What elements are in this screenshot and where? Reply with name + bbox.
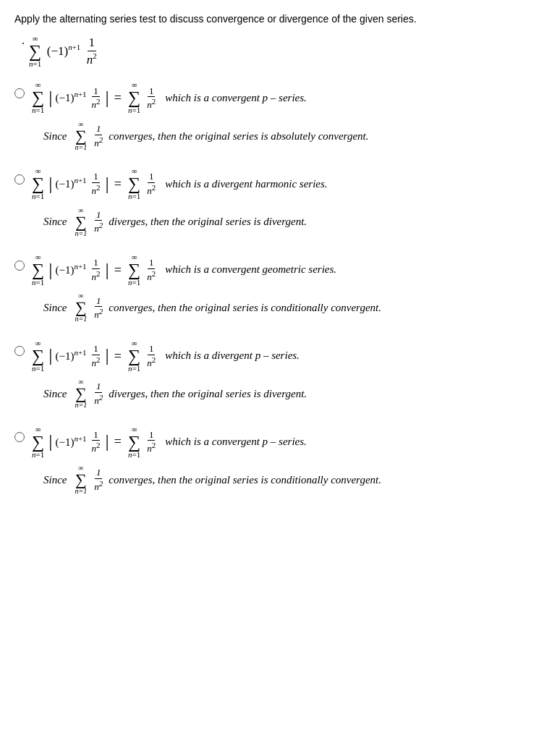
option-3-conclusion: converges, then the original series is c… — [109, 297, 381, 318]
option-row-1: ∞ ∑ n=1 | (−1)n+1 1 n2 | = ∞ ∑ n=1 1 n2 … — [14, 81, 546, 115]
option-1-since: Since ∞ ∑ n=1 1 n2 converges, then the o… — [43, 121, 546, 151]
since-label-1: Since — [43, 126, 67, 147]
radio-3[interactable] — [14, 261, 25, 271]
option-2-conclusion: diverges, then the original series is di… — [109, 211, 307, 232]
bullet-point: · — [22, 38, 25, 51]
option-block-5: ∞ ∑ n=1 | (−1)n+1 1 n2 | = ∞ ∑ n=1 1 n2 … — [14, 425, 546, 498]
option-3-math: ∞ ∑ n=1 | (−1)n+1 1 n2 | = ∞ ∑ n=1 1 n2 … — [30, 253, 336, 287]
option-block-4: ∞ ∑ n=1 | (−1)n+1 1 n2 | = ∞ ∑ n=1 1 n2 … — [14, 339, 546, 412]
radio-1[interactable] — [14, 88, 25, 98]
option-5-conclusion: converges, then the original series is c… — [109, 470, 381, 491]
main-series: · ∞ ∑ n=1 (−1)n+1 1 n2 — [22, 35, 546, 68]
option-block-1: ∞ ∑ n=1 | (−1)n+1 1 n2 | = ∞ ∑ n=1 1 n2 … — [14, 81, 546, 154]
main-series-math: ∞ ∑ n=1 (−1)n+1 1 n2 — [27, 35, 99, 68]
option-row-5: ∞ ∑ n=1 | (−1)n+1 1 n2 | = ∞ ∑ n=1 1 n2 … — [14, 425, 546, 459]
option-1-math: ∞ ∑ n=1 | (−1)n+1 1 n2 | = ∞ ∑ n=1 1 n2 … — [30, 81, 307, 115]
option-row-3: ∞ ∑ n=1 | (−1)n+1 1 n2 | = ∞ ∑ n=1 1 n2 … — [14, 253, 546, 287]
option-block-3: ∞ ∑ n=1 | (−1)n+1 1 n2 | = ∞ ∑ n=1 1 n2 … — [14, 253, 546, 326]
since-label-3: Since — [43, 297, 67, 318]
radio-2[interactable] — [14, 174, 25, 185]
option-block-2: ∞ ∑ n=1 | (−1)n+1 1 n2 | = ∞ ∑ n=1 1 n2 … — [14, 167, 546, 240]
option-4-conclusion: diverges, then the original series is di… — [109, 384, 307, 405]
option-3-since: Since ∞ ∑ n=1 1 n2 converges, then the o… — [43, 292, 546, 323]
option-4-since: Since ∞ ∑ n=1 1 n2 diverges, then the or… — [43, 378, 546, 409]
option-5-math: ∞ ∑ n=1 | (−1)n+1 1 n2 | = ∞ ∑ n=1 1 n2 … — [30, 425, 307, 459]
instruction-text: Apply the alternating series test to dis… — [14, 13, 546, 25]
option-row-4: ∞ ∑ n=1 | (−1)n+1 1 n2 | = ∞ ∑ n=1 1 n2 … — [14, 339, 546, 373]
option-row-2: ∞ ∑ n=1 | (−1)n+1 1 n2 | = ∞ ∑ n=1 1 n2 … — [14, 167, 546, 201]
since-label-4: Since — [43, 384, 67, 405]
option-2-since: Since ∞ ∑ n=1 1 n2 diverges, then the or… — [43, 207, 546, 237]
radio-5[interactable] — [14, 432, 25, 442]
since-label-2: Since — [43, 211, 67, 232]
option-2-math: ∞ ∑ n=1 | (−1)n+1 1 n2 | = ∞ ∑ n=1 1 n2 … — [30, 167, 328, 201]
option-5-since: Since ∞ ∑ n=1 1 n2 converges, then the o… — [43, 465, 546, 495]
option-1-conclusion: converges, then the original series is a… — [109, 126, 368, 147]
since-label-5: Since — [43, 470, 67, 491]
option-4-math: ∞ ∑ n=1 | (−1)n+1 1 n2 | = ∞ ∑ n=1 1 n2 … — [30, 339, 300, 373]
radio-4[interactable] — [14, 346, 25, 356]
